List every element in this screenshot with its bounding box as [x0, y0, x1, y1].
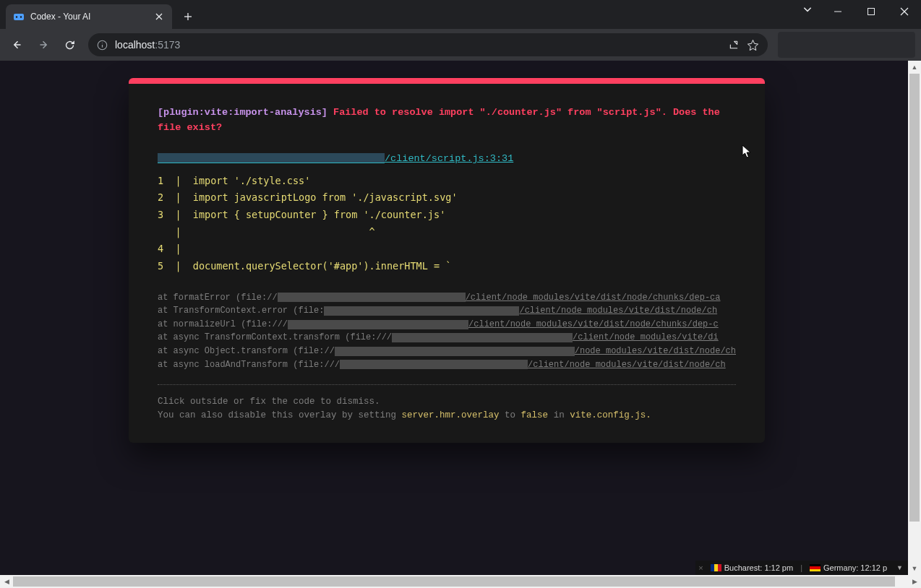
address-host: localhost: [115, 39, 155, 51]
share-icon[interactable]: [728, 39, 740, 51]
taskbar-clock-germany[interactable]: Germany: 12:12 p: [807, 563, 890, 572]
back-button[interactable]: [6, 33, 29, 56]
scroll-thumb-h[interactable]: [13, 576, 895, 587]
vertical-scrollbar[interactable]: ▲ ▼: [908, 61, 921, 575]
taskbar-clock-bucharest[interactable]: Bucharest: 1:12 pm: [708, 563, 796, 572]
new-tab-button[interactable]: [178, 7, 198, 27]
horizontal-scrollbar[interactable]: ◀ ▶: [0, 575, 921, 588]
scroll-right-icon[interactable]: ▶: [908, 575, 921, 588]
tab-search-button[interactable]: [802, 4, 813, 17]
error-file-link[interactable]: /client/script.js:3:31: [158, 153, 736, 164]
tip-divider: [158, 384, 736, 385]
forward-button[interactable]: [32, 33, 55, 56]
tip-line-2: You can also disable this overlay by set…: [158, 409, 736, 423]
romania-flag-icon: [711, 564, 721, 571]
error-message: [plugin:vite:import-analysis] Failed to …: [158, 105, 736, 136]
scroll-thumb-v[interactable]: [909, 74, 920, 522]
tip-text: Click outside or fix the code to dismiss…: [158, 395, 736, 423]
window-maximize-button[interactable]: [854, 0, 888, 23]
taskbar-more-icon[interactable]: ▼: [894, 564, 905, 571]
window-minimize-button[interactable]: [821, 0, 854, 23]
tip-line-1: Click outside or fix the code to dismiss…: [158, 395, 736, 409]
tab-favicon-icon: [13, 11, 25, 22]
scroll-up-icon[interactable]: ▲: [908, 61, 921, 74]
svg-rect-1: [868, 9, 875, 15]
stack-trace: at formatError (file:///client/node_modu…: [158, 291, 736, 372]
clock-taskbar: × Bucharest: 1:12 pm | Germany: 12:12 p …: [695, 561, 908, 575]
browser-tab[interactable]: Codex - Your AI: [6, 4, 172, 29]
svg-rect-4: [14, 14, 24, 20]
taskbar-clock-bucharest-label: Bucharest: 1:12 pm: [724, 563, 793, 572]
profile-area[interactable]: [778, 32, 915, 58]
bookmark-icon[interactable]: [747, 39, 759, 51]
site-info-icon[interactable]: [97, 40, 108, 51]
address-port: :5173: [155, 39, 180, 51]
tab-bar: Codex - Your AI: [0, 0, 921, 29]
code-frame: 1 | import './style.css' 2 | import java…: [158, 173, 736, 275]
plugin-tag: [plugin:vite:import-analysis]: [158, 107, 327, 118]
address-bar[interactable]: localhost:5173: [88, 33, 768, 56]
tab-title: Codex - Your AI: [30, 12, 147, 22]
nav-bar: localhost:5173: [0, 29, 921, 61]
taskbar-clock-germany-label: Germany: 12:12 p: [823, 563, 887, 572]
scroll-left-icon[interactable]: ◀: [0, 575, 13, 588]
germany-flag-icon: [810, 564, 821, 571]
redacted-path: [158, 153, 385, 163]
svg-point-6: [20, 16, 22, 17]
window-controls: [821, 0, 921, 23]
tab-close-icon[interactable]: [153, 11, 165, 22]
reload-button[interactable]: [58, 33, 81, 56]
error-file-text: /client/script.js:3:31: [385, 153, 513, 164]
browser-chrome: Codex - Your AI localhost:5173: [0, 0, 921, 61]
address-text: localhost:5173: [115, 39, 180, 51]
scroll-down-icon[interactable]: ▼: [908, 562, 921, 575]
window-close-button[interactable]: [888, 0, 921, 23]
page-viewport[interactable]: [plugin:vite:import-analysis] Failed to …: [0, 61, 921, 575]
taskbar-close-icon[interactable]: ×: [698, 563, 703, 572]
svg-point-5: [16, 16, 17, 17]
tb-sep: |: [800, 563, 802, 572]
vite-error-overlay: [plugin:vite:import-analysis] Failed to …: [129, 78, 765, 443]
